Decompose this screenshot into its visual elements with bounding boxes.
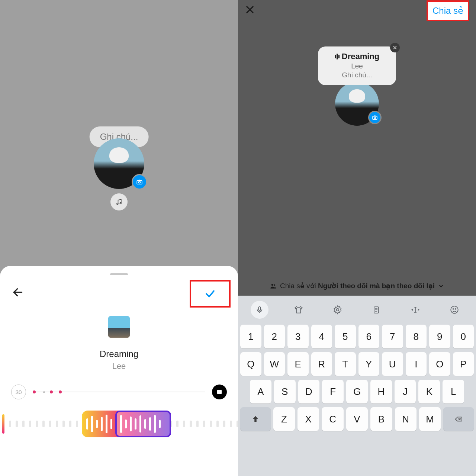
key-k[interactable]: K [418,380,440,403]
audience-name: Người theo dõi mà bạn theo dõi lại [318,282,435,290]
svg-point-3 [120,203,121,204]
key-3[interactable]: 3 [287,325,309,348]
share-panel: Chia sẻ Dreaming Lee Ghi chú... [238,0,476,476]
key-r[interactable]: R [311,352,332,376]
people-icon [270,282,277,290]
key-6[interactable]: 6 [358,325,380,348]
settings-button[interactable] [329,301,347,319]
music-edit-sheet: Dreaming Lee 30 [0,266,238,476]
key-v[interactable]: V [346,407,368,431]
clipboard-icon [372,305,381,314]
key-d[interactable]: D [298,380,320,403]
camera-badge[interactable] [132,174,147,190]
svg-point-7 [274,284,275,286]
share-with-label: Chia sẻ với [280,282,318,290]
tshirt-icon [294,305,303,315]
key-h[interactable]: H [370,380,392,403]
svg-point-13 [455,309,456,309]
svg-point-5 [374,117,376,119]
cursor-button[interactable] [406,301,424,319]
shift-icon [251,415,260,423]
key-u[interactable]: U [382,352,403,376]
key-7[interactable]: 7 [382,325,403,348]
share-button[interactable]: Chia sẻ [427,0,469,21]
keyboard-row-1: Q W E R T Y U I O P [240,352,474,376]
key-t[interactable]: T [335,352,356,376]
key-shift[interactable] [240,407,271,431]
key-5[interactable]: 5 [335,325,356,348]
key-8[interactable]: 8 [406,325,427,348]
note-placeholder: Ghi chú... [327,71,387,79]
svg-point-6 [271,284,273,286]
audience-selector[interactable]: Chia sẻ với Người theo dõi mà bạn theo d… [238,282,476,290]
key-i[interactable]: I [406,352,427,376]
add-music-button[interactable] [110,193,128,210]
key-w[interactable]: W [264,352,285,376]
emoji-button[interactable] [446,301,463,319]
clip-duration-button[interactable]: 30 [11,385,26,399]
song-artist: Lee [7,361,231,371]
check-icon [202,288,218,299]
key-0[interactable]: 0 [453,325,474,348]
confirm-button[interactable] [190,280,231,308]
note-song-artist: Lee [327,62,387,70]
chevron-down-icon [438,283,444,289]
note-remove-button[interactable] [390,43,400,52]
key-j[interactable]: J [395,380,416,403]
note-song-title: Dreaming [342,52,379,61]
key-n[interactable]: N [395,407,416,431]
lyrics-timeline[interactable] [33,392,205,392]
key-g[interactable]: G [346,380,368,403]
key-9[interactable]: 9 [429,325,450,348]
key-m[interactable]: M [419,407,441,431]
svg-point-11 [451,306,458,313]
keyboard-row-3: Z X C V B N M [240,407,474,431]
key-a[interactable]: A [250,380,271,403]
mic-icon [255,306,264,314]
key-l[interactable]: L [443,380,464,403]
key-s[interactable]: S [274,380,296,403]
emoji-icon [450,305,459,315]
album-art [108,316,130,338]
key-b[interactable]: B [370,407,392,431]
back-button[interactable] [7,284,28,303]
mic-button[interactable] [251,301,268,319]
key-e[interactable]: E [287,352,309,376]
camera-icon [136,178,143,185]
close-icon [393,45,397,50]
key-p[interactable]: P [453,352,474,376]
key-backspace[interactable] [443,407,474,431]
sheet-drag-handle[interactable] [110,273,128,275]
text-cursor-icon [410,305,421,314]
stop-play-button[interactable] [212,385,227,399]
svg-rect-0 [137,180,142,184]
key-z[interactable]: Z [273,407,295,431]
clipboard-button[interactable] [367,301,385,319]
svg-point-9 [336,309,339,311]
tshirt-button[interactable] [290,301,308,319]
key-x[interactable]: X [298,407,319,431]
note-preview-card[interactable]: Dreaming Lee Ghi chú... [318,46,396,85]
camera-badge[interactable] [368,111,382,124]
key-f[interactable]: F [322,380,344,403]
svg-point-12 [453,309,453,309]
key-1[interactable]: 1 [240,325,261,348]
music-note-icon [115,198,123,206]
camera-icon [372,115,378,120]
svg-rect-8 [259,307,261,311]
svg-point-1 [139,181,141,183]
key-c[interactable]: C [322,407,343,431]
key-2[interactable]: 2 [264,325,285,348]
key-o[interactable]: O [429,352,450,376]
selection-window[interactable] [82,411,171,437]
arrow-left-icon [12,286,24,298]
svg-rect-4 [373,116,377,120]
key-q[interactable]: Q [240,352,261,376]
key-4[interactable]: 4 [311,325,332,348]
audio-scrubber[interactable] [0,411,238,437]
close-button[interactable] [245,4,255,18]
backspace-icon [454,415,463,423]
keyboard-row-2: A S D F G H J K L [240,380,474,403]
note-compose-panel: Ghi chú... Dreaming Lee 30 [0,0,238,476]
key-y[interactable]: Y [358,352,380,376]
